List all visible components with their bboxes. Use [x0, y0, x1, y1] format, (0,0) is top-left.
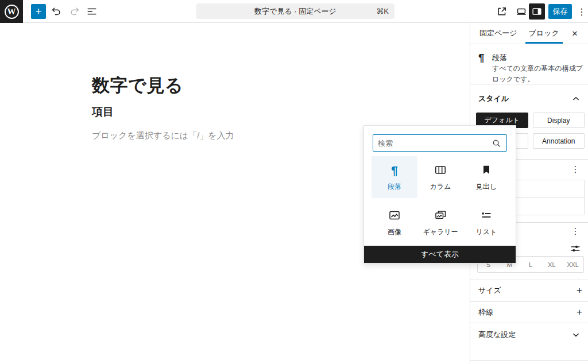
block-card-description: すべての文章の基本の構成ブロックです。	[492, 63, 585, 84]
heading-block[interactable]: 項目	[92, 104, 378, 119]
divider	[470, 360, 588, 361]
sliders-icon	[569, 242, 582, 255]
styles-panel-header[interactable]: スタイル	[470, 84, 588, 113]
typography-options-menu-button[interactable]: ⋮	[568, 224, 582, 238]
browse-all-button[interactable]: すべて表示	[364, 246, 516, 263]
close-icon: ✕	[572, 29, 578, 38]
style-variation-display[interactable]: Display	[533, 113, 585, 128]
search-icon	[490, 137, 503, 150]
kebab-icon: ⋮	[577, 6, 586, 17]
block-type-paragraph[interactable]: ¶ 段落	[372, 156, 417, 198]
font-size-l[interactable]: L	[520, 257, 541, 272]
font-size-xl[interactable]: XL	[541, 257, 562, 272]
font-size-settings-button[interactable]	[568, 242, 582, 255]
block-type-grid: ¶ 段落 カラム 見出し	[372, 156, 509, 243]
post-title[interactable]: 数字で見る	[92, 73, 378, 98]
block-card-title: 段落	[492, 53, 507, 63]
tab-block[interactable]: ブロック	[525, 23, 563, 44]
block-inserter-popup: ¶ 段落 カラム 見出し	[363, 125, 516, 264]
wordpress-logo[interactable]: W	[0, 0, 23, 23]
panel-row-dimensions[interactable]: サイズ +	[470, 280, 588, 301]
block-type-heading[interactable]: 見出し	[463, 156, 509, 198]
plus-icon: +	[577, 307, 582, 318]
sidebar-panel-icon	[531, 5, 543, 18]
command-center-search[interactable]: 数字で見る · 固定ページ ⌘K	[196, 3, 394, 19]
panel-row-advanced[interactable]: 高度な設定	[470, 324, 588, 346]
sidebar-tabs: 固定ページ ブロック ✕	[470, 23, 588, 44]
chevron-down-icon	[570, 328, 582, 341]
wordpress-block-editor: W + 数字で見る · 固定ページ ⌘K	[0, 0, 588, 364]
options-menu-button[interactable]: ⋮	[575, 0, 588, 23]
font-size-xxl[interactable]: XXL	[562, 257, 583, 272]
redo-icon	[68, 5, 81, 18]
undo-icon[interactable]	[50, 5, 63, 18]
tab-page[interactable]: 固定ページ	[476, 23, 521, 44]
block-card: ¶ 段落 すべての文章の基本の構成ブロックです。	[470, 44, 588, 84]
heading-icon	[479, 163, 493, 177]
block-type-image[interactable]: 画像	[372, 202, 417, 243]
kebab-icon: ⋮	[571, 164, 580, 175]
chevron-up-icon	[570, 92, 582, 105]
editor-topbar: W + 数字で見る · 固定ページ ⌘K	[0, 0, 588, 23]
paragraph-icon: ¶	[478, 52, 485, 63]
keyboard-shortcut-badge: ⌘K	[376, 3, 389, 19]
gallery-icon	[434, 208, 447, 222]
style-variation-annotation[interactable]: Annotation	[533, 133, 585, 149]
document-overview-icon[interactable]	[86, 5, 98, 18]
block-search-input[interactable]	[373, 135, 506, 151]
columns-icon	[434, 163, 447, 177]
view-site-external-link-icon[interactable]	[496, 5, 508, 18]
list-icon	[479, 208, 493, 222]
document-title: 数字で見る · 固定ページ	[196, 3, 394, 19]
block-type-columns[interactable]: カラム	[417, 156, 463, 198]
paragraph-icon: ¶	[391, 164, 398, 176]
preview-device-icon[interactable]	[515, 5, 528, 18]
settings-sidebar-toggle-button[interactable]	[529, 3, 545, 20]
panel-row-border[interactable]: 枠線 +	[470, 301, 588, 323]
close-sidebar-button[interactable]: ✕	[567, 23, 582, 44]
block-inserter-toggle-button[interactable]: +	[31, 4, 46, 19]
plus-icon: +	[577, 285, 582, 296]
styles-panel-title: スタイル	[478, 84, 509, 113]
empty-block-placeholder[interactable]: ブロックを選択するには「/」を入力	[92, 130, 345, 141]
block-type-gallery[interactable]: ギャラリー	[417, 202, 463, 243]
block-search-field	[373, 134, 507, 152]
plus-icon: +	[36, 6, 42, 18]
save-button[interactable]: 保存	[548, 4, 572, 19]
color-options-menu-button[interactable]: ⋮	[568, 162, 582, 176]
kebab-icon: ⋮	[571, 226, 580, 237]
block-type-list[interactable]: リスト	[463, 202, 509, 243]
divider	[470, 323, 588, 323]
wordpress-logo-icon: W	[5, 5, 19, 19]
image-icon	[388, 208, 401, 222]
